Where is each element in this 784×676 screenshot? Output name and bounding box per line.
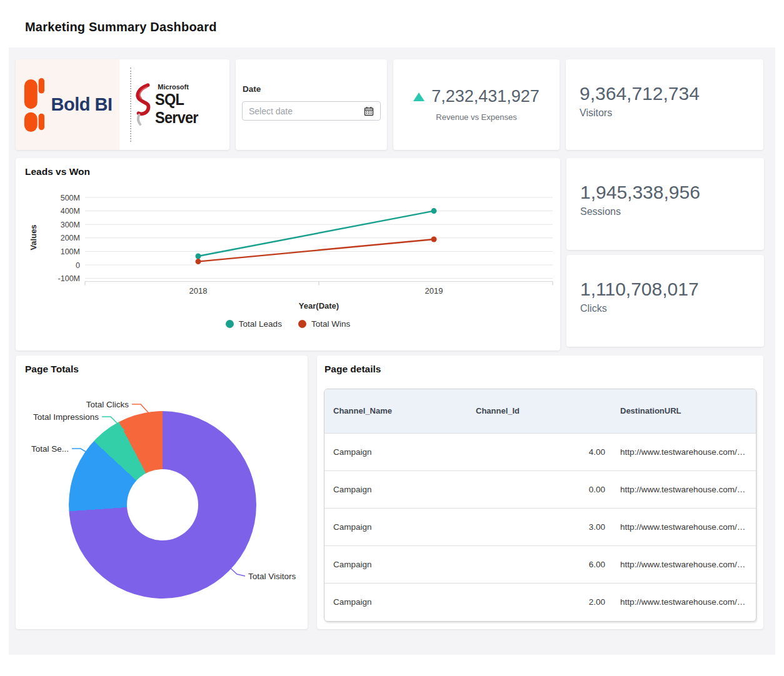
col-header-channel-name[interactable]: Channel_Name (324, 389, 468, 433)
revenue-value: 7,232,431,927 (431, 87, 540, 106)
donut-label-total-visitors: Total Visitors (248, 572, 296, 581)
calendar-icon[interactable] (364, 106, 374, 116)
table-row[interactable]: Campaign 6.00 http://www.testwarehouse.c… (324, 545, 756, 583)
cell-channel-name: Campaign (324, 433, 468, 470)
total-wins-dot-icon (298, 320, 306, 328)
sqlserver-text: SQL Server (155, 91, 225, 127)
visitors-label: Visitors (580, 107, 763, 119)
legend-item-total-wins[interactable]: Total Wins (298, 319, 350, 329)
cell-channel-name: Campaign (324, 545, 468, 583)
trend-up-icon (413, 92, 425, 101)
page-details-card: Page details Channel_Name Channel_Id Des… (317, 355, 763, 629)
donut-label-total-sessions: Total Se... (25, 444, 69, 454)
chart-legend: Total Leads Total Wins (16, 319, 560, 329)
legend-label: Total Leads (239, 319, 282, 329)
table-row[interactable]: Campaign 4.00 http://www.testwarehouse.c… (324, 433, 756, 470)
cell-channel-id: 2.00 (468, 583, 612, 620)
sessions-value: 1,945,338,956 (580, 182, 764, 203)
boldbi-icon (23, 78, 46, 132)
svg-text:100M: 100M (61, 247, 80, 256)
date-label: Date (243, 84, 261, 94)
boldbi-logo: Bold BI (16, 59, 119, 150)
cell-destination-url: http://www.testwarehouse.com/… (612, 508, 756, 545)
table-row[interactable]: Campaign 0.00 http://www.testwarehouse.c… (324, 470, 756, 508)
svg-text:200M: 200M (61, 234, 80, 242)
kpi-card-revenue: 7,232,431,927 Revenue vs Expenses (393, 59, 560, 150)
logo-divider (130, 67, 131, 142)
cell-channel-id: 0.00 (468, 470, 612, 508)
page-title: Marketing Summary Dashboard (25, 20, 217, 34)
date-input-field[interactable] (249, 106, 364, 116)
svg-text:-100M: -100M (58, 274, 80, 283)
legend-item-total-leads[interactable]: Total Leads (226, 319, 282, 329)
sqlserver-wordmark: Microsoft SQL Server (155, 83, 229, 127)
cell-channel-name: Campaign (324, 583, 468, 620)
page-totals-card: Page Totals Total Clicks Total Impressio… (16, 355, 308, 629)
svg-text:300M: 300M (61, 221, 80, 229)
svg-text:400M: 400M (61, 207, 80, 216)
date-input[interactable] (242, 101, 381, 121)
cell-destination-url: http://www.testwarehouse.com/… (612, 545, 756, 583)
svg-text:2019: 2019 (425, 286, 443, 296)
table-header-row: Channel_Name Channel_Id DestinationURL (324, 389, 756, 433)
visitors-value: 9,364,712,734 (580, 83, 763, 104)
clicks-value: 1,110,708,017 (580, 279, 764, 300)
col-header-channel-id[interactable]: Channel_Id (468, 389, 612, 433)
date-filter-card: Date (236, 59, 387, 150)
logo-card: Bold BI Microsoft SQL Server (16, 59, 229, 150)
dashboard-page: Marketing Summary Dashboard Bold BI Micr… (0, 0, 784, 676)
page-totals-title: Page Totals (25, 364, 79, 375)
kpi-card-clicks: 1,110,708,017 Clicks (566, 255, 764, 347)
col-header-destination-url[interactable]: DestinationURL (612, 389, 756, 433)
cell-channel-id: 6.00 (468, 545, 612, 583)
x-axis-title: Year(Date) (85, 301, 553, 311)
sqlserver-logo: Microsoft SQL Server (132, 59, 229, 150)
kpi-card-sessions: 1,945,338,956 Sessions (566, 158, 764, 250)
donut-label-total-clicks: Total Clicks (48, 400, 129, 409)
donut-hole (127, 469, 198, 540)
y-axis-title: Values (29, 224, 38, 250)
cell-channel-name: Campaign (324, 508, 468, 545)
donut-chart[interactable] (69, 411, 256, 599)
page-details-title: Page details (324, 364, 381, 375)
cell-destination-url: http://www.testwarehouse.com/… (612, 470, 756, 508)
donut-label-total-impressions: Total Impressions (27, 412, 99, 422)
sessions-label: Sessions (580, 206, 764, 217)
page-details-table: Channel_Name Channel_Id DestinationURL C… (324, 389, 756, 622)
svg-text:2018: 2018 (189, 286, 208, 296)
cell-destination-url: http://www.testwarehouse.com/… (612, 433, 756, 470)
cell-channel-id: 3.00 (468, 508, 612, 545)
table-row[interactable]: Campaign 3.00 http://www.testwarehouse.c… (324, 508, 756, 545)
kpi-card-visitors: 9,364,712,734 Visitors (566, 59, 763, 150)
table-row[interactable]: Campaign 2.00 http://www.testwarehouse.c… (324, 583, 756, 620)
boldbi-wordmark: Bold BI (51, 94, 113, 115)
legend-label: Total Wins (311, 319, 350, 329)
svg-text:500M: 500M (61, 194, 80, 202)
svg-text:0: 0 (76, 261, 80, 270)
sqlserver-swirl-icon (132, 81, 154, 129)
cell-channel-id: 4.00 (468, 433, 612, 470)
total-leads-dot-icon (226, 320, 234, 328)
microsoft-text: Microsoft (158, 83, 229, 91)
clicks-label: Clicks (580, 303, 764, 314)
cell-channel-name: Campaign (324, 470, 468, 508)
leads-vs-won-card: Leads vs Won 500M400M300M200M100M0-100M2… (16, 158, 560, 350)
cell-destination-url: http://www.testwarehouse.com/… (612, 583, 756, 620)
revenue-label: Revenue vs Expenses (436, 112, 516, 122)
